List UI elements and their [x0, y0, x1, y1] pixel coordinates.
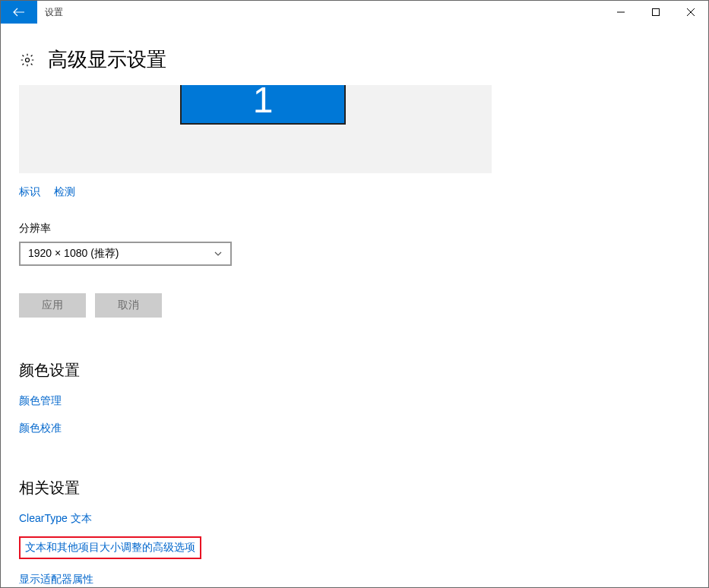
page-title: 高级显示设置 — [48, 46, 166, 73]
minimize-icon — [617, 8, 625, 16]
gear-icon — [19, 52, 36, 68]
color-management-link[interactable]: 颜色管理 — [19, 394, 690, 408]
chevron-down-icon — [214, 249, 223, 258]
back-button[interactable] — [1, 1, 37, 24]
resolution-value: 1920 × 1080 (推荐) — [28, 247, 214, 261]
color-settings-heading: 颜色设置 — [19, 360, 690, 381]
close-button[interactable] — [673, 1, 708, 24]
detect-link[interactable]: 检测 — [54, 185, 75, 198]
cancel-button[interactable]: 取消 — [95, 293, 162, 318]
maximize-icon — [652, 8, 660, 16]
window-controls — [603, 1, 708, 24]
display-action-links: 标识 检测 — [19, 185, 690, 199]
window-title: 设置 — [37, 1, 63, 24]
apply-cancel-row: 应用 取消 — [19, 293, 690, 318]
advanced-sizing-link[interactable]: 文本和其他项目大小调整的高级选项 — [25, 541, 195, 555]
identify-link[interactable]: 标识 — [19, 185, 40, 198]
close-icon — [687, 8, 695, 16]
content-area: 高级显示设置 1 标识 检测 分辨率 1920 × 1080 (推荐) 应用 取… — [1, 24, 708, 586]
apply-button[interactable]: 应用 — [19, 293, 86, 318]
page-header: 高级显示设置 — [19, 24, 690, 85]
resolution-dropdown[interactable]: 1920 × 1080 (推荐) — [19, 242, 232, 266]
back-arrow-icon — [13, 6, 25, 18]
highlighted-border: 文本和其他项目大小调整的高级选项 — [19, 536, 201, 559]
titlebar: 设置 — [1, 1, 708, 24]
display-preview: 1 — [19, 85, 492, 173]
monitor-number: 1 — [253, 85, 274, 119]
cleartype-link[interactable]: ClearType 文本 — [19, 512, 690, 526]
maximize-button[interactable] — [638, 1, 673, 24]
svg-rect-0 — [653, 9, 660, 16]
minimize-button[interactable] — [603, 1, 638, 24]
svg-point-1 — [26, 58, 30, 62]
adapter-properties-link[interactable]: 显示适配器属性 — [19, 573, 690, 586]
color-calibration-link[interactable]: 颜色校准 — [19, 422, 690, 435]
related-settings-heading: 相关设置 — [19, 478, 690, 498]
monitor-1[interactable]: 1 — [180, 85, 346, 125]
resolution-label: 分辨率 — [19, 222, 690, 236]
